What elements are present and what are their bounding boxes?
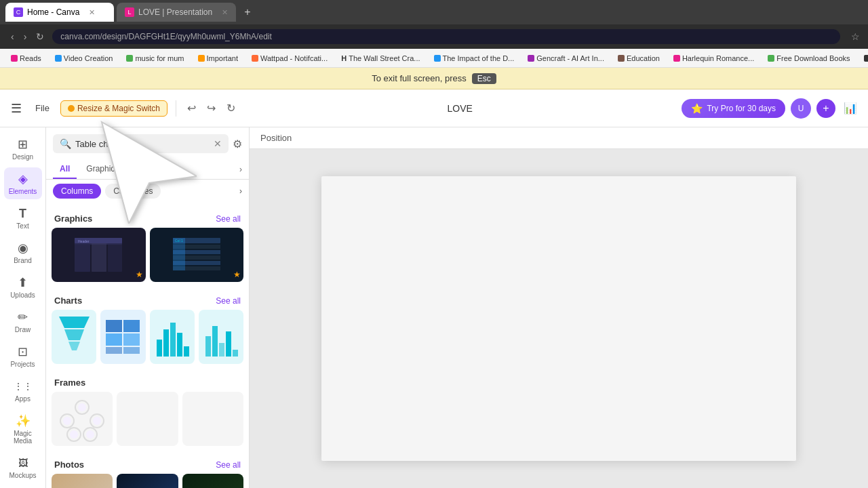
canvas-top-bar: Position: [250, 127, 868, 149]
bookmark-reads[interactable]: Reads: [5, 53, 47, 64]
tab-all[interactable]: All: [53, 160, 77, 179]
photo-item-tech[interactable]: ★: [117, 474, 178, 488]
sidebar-item-mockups[interactable]: 🖼 Mockups: [4, 451, 42, 483]
chip-columns[interactable]: Columns: [53, 184, 101, 199]
charts-see-all[interactable]: See all: [216, 296, 241, 306]
undo-button[interactable]: ↩: [184, 99, 199, 117]
filter-chips: Columns Categories ›: [46, 180, 249, 203]
pro-badge-1: ★: [136, 269, 143, 279]
graphics-grid: Header ★: [52, 228, 243, 282]
resize-label: Resize & Magic Switch: [77, 104, 160, 113]
bookmark-music[interactable]: music for mum: [121, 53, 189, 64]
frame-placeholder-1[interactable]: [117, 392, 178, 446]
frame-item-circles[interactable]: [52, 392, 113, 446]
refresh-button[interactable]: ↻: [224, 99, 238, 117]
project-name: LOVE: [448, 103, 473, 114]
file-button[interactable]: File: [30, 100, 55, 116]
fullscreen-bar: To exit full screen, press Esc: [0, 68, 868, 89]
try-pro-button[interactable]: ⭐ Try Pro for 30 days: [682, 99, 785, 118]
back-button[interactable]: ‹: [8, 30, 17, 43]
graphic-item-colorful-table[interactable]: Col 1 ★: [150, 228, 244, 282]
user-avatar[interactable]: U: [791, 98, 811, 119]
browser-chrome: C Home - Canva ✕ L LOVE | Presentation ✕…: [0, 0, 868, 24]
sidebar-item-elements[interactable]: ◈ Elements: [4, 167, 42, 199]
bookmark-education[interactable]: Education: [612, 53, 665, 64]
tab-love[interactable]: L LOVE | Presentation ✕: [117, 3, 236, 22]
svg-marker-16: [68, 342, 80, 350]
svg-rect-24: [163, 329, 169, 357]
search-input[interactable]: [75, 139, 210, 149]
graphics-see-all[interactable]: See all: [216, 214, 241, 224]
svg-point-38: [78, 403, 86, 411]
search-input-wrap[interactable]: 🔍 ✕: [53, 134, 229, 153]
sidebar-item-design[interactable]: ⊞ Design: [4, 133, 42, 165]
bar-chart2-svg: [202, 312, 239, 360]
tab-more-icon[interactable]: ›: [239, 165, 242, 174]
refresh-button[interactable]: ↻: [33, 30, 47, 43]
bookmark-wattpad[interactable]: Wattpad - Notifcati...: [246, 53, 333, 64]
sidebar-item-uploads[interactable]: ⬆ Uploads: [4, 271, 42, 303]
bookmark-harlequin[interactable]: Harlequin Romance...: [668, 53, 760, 64]
chip-categories[interactable]: Categories: [105, 184, 161, 199]
tab-graphics[interactable]: Graphics: [79, 160, 125, 179]
sidebar-item-apps[interactable]: ⋮⋮ Apps: [4, 375, 42, 407]
svg-text:Col 1: Col 1: [175, 239, 183, 243]
bookmark-books[interactable]: Free Download Books: [762, 53, 855, 64]
frame-circles-svg: [55, 395, 109, 443]
plus-button[interactable]: +: [816, 99, 835, 118]
charts-title: Charts: [54, 296, 82, 306]
sidebar-label-elements: Elements: [9, 188, 37, 195]
sidebar-label-uploads: Uploads: [10, 291, 35, 299]
chart-analytics-button[interactable]: 📊: [841, 99, 860, 117]
bookmark-wallstreet[interactable]: HThe Wall Street Cra...: [336, 53, 425, 64]
graphic-item-dark-table[interactable]: Header ★: [52, 228, 146, 282]
tab-close-love[interactable]: ✕: [222, 8, 228, 17]
panel-content: Graphics See all Header: [46, 203, 249, 488]
bookmark-impact[interactable]: The Impact of the D...: [429, 53, 520, 64]
sidebar-item-magic-media[interactable]: ✨ Magic Media: [4, 409, 42, 449]
sidebar-item-draw[interactable]: ✏ Draw: [4, 306, 42, 338]
canvas-slide[interactable]: [321, 176, 796, 461]
photos-see-all[interactable]: See all: [216, 460, 241, 470]
frame-placeholder-2[interactable]: [182, 392, 243, 446]
url-bar[interactable]: canva.com/design/DAGFGHt1E/qyyMh0uwml_Y6…: [52, 29, 840, 44]
sidebar-item-text[interactable]: T Text: [4, 202, 42, 234]
photo-item-desk[interactable]: [52, 474, 113, 488]
resize-magic-switch-button[interactable]: Resize & Magic Switch: [60, 100, 167, 117]
forward-button[interactable]: ›: [21, 30, 30, 43]
main-layout: ⊞ Design ◈ Elements T Text ◉ Brand ⬆ Upl…: [0, 127, 868, 488]
bookmark-important[interactable]: Important: [193, 53, 243, 64]
resize-dot-icon: [68, 105, 75, 112]
sidebar-item-projects[interactable]: ⊡ Projects: [4, 340, 42, 372]
bookmark-home[interactable]: Home -: [859, 53, 868, 64]
bookmark-gencraft[interactable]: Gencraft - AI Art In...: [522, 53, 610, 64]
redo-button[interactable]: ↪: [204, 99, 218, 117]
hamburger-menu[interactable]: ☰: [8, 98, 24, 119]
clear-search-icon[interactable]: ✕: [214, 138, 222, 149]
projects-icon: ⊡: [16, 344, 31, 359]
tab-close-canva[interactable]: ✕: [89, 8, 95, 17]
svg-rect-17: [106, 320, 122, 332]
chart-item-funnel[interactable]: [52, 310, 96, 364]
photo-item-chart[interactable]: [182, 474, 243, 488]
filter-options-icon[interactable]: ⚙: [233, 138, 242, 150]
photos-section: Photos See all: [52, 454, 243, 488]
star-button[interactable]: ☆: [851, 31, 860, 42]
tab-canva[interactable]: C Home - Canva ✕: [5, 3, 114, 22]
photos-title: Photos: [54, 460, 84, 470]
frames-title: Frames: [54, 378, 85, 388]
new-tab-button[interactable]: +: [239, 6, 256, 18]
draw-icon: ✏: [16, 310, 31, 325]
dark-table-svg: Header: [71, 235, 125, 275]
chart-item-bar[interactable]: [150, 310, 195, 364]
address-bar: ‹ › ↻ canva.com/design/DAGFGHt1E/qyyMh0u…: [0, 24, 868, 49]
pro-star-icon-1: ★: [136, 270, 143, 279]
chart-item-grid[interactable]: [100, 310, 145, 364]
sidebar-item-brand[interactable]: ◉ Brand: [4, 237, 42, 268]
sidebar-label-apps: Apps: [15, 395, 31, 403]
tab-favicon-love: L: [125, 7, 134, 17]
chip-more[interactable]: ›: [239, 186, 242, 196]
tab-shapes[interactable]: Shapes: [128, 160, 170, 179]
chart-item-bar2[interactable]: [199, 310, 243, 364]
bookmark-video-creation[interactable]: Video Creation: [50, 53, 119, 64]
